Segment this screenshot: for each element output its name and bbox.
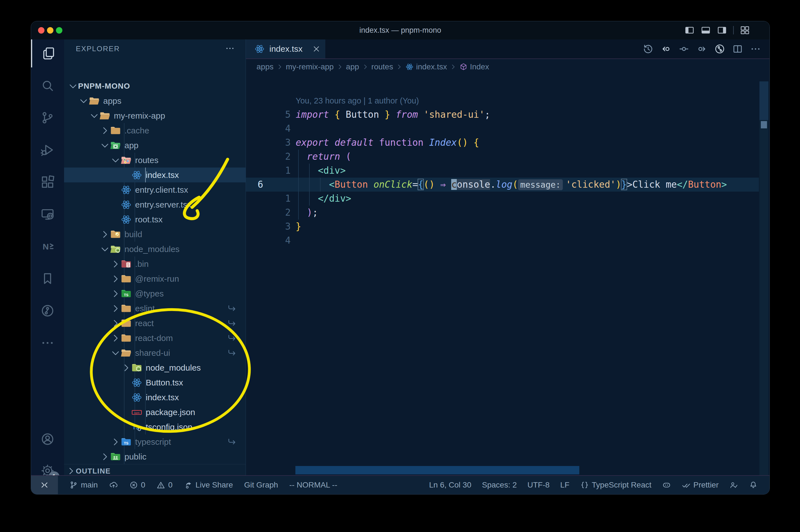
breadcrumb-my-remix-app[interactable]: my-remix-app xyxy=(286,62,334,71)
chevron-down-icon[interactable] xyxy=(89,111,99,121)
status-vim-mode[interactable]: -- NORMAL -- xyxy=(289,480,337,490)
tree-item-label: typescript xyxy=(135,437,171,447)
tab-index-tsx[interactable]: index.tsx xyxy=(246,39,325,58)
prev-change-icon[interactable] xyxy=(661,43,672,55)
status-remote-indicator[interactable] xyxy=(31,476,58,494)
tree-item-apps[interactable]: apps xyxy=(64,93,246,108)
breadcrumb-index[interactable]: Index xyxy=(459,62,489,71)
status-eol[interactable]: LF xyxy=(560,480,570,490)
vertical-scrollbar-thumb[interactable] xyxy=(759,81,768,120)
horizontal-scrollbar-thumb[interactable] xyxy=(296,466,579,474)
status-live-share[interactable]: Live Share xyxy=(184,480,233,490)
activity-source-control[interactable] xyxy=(31,104,64,132)
tree-item-eslint[interactable]: eslint xyxy=(64,301,246,316)
line-number: 3 xyxy=(246,136,291,150)
close-tab-icon[interactable] xyxy=(312,44,321,53)
activity-account[interactable] xyxy=(31,425,64,453)
status-feedback[interactable] xyxy=(729,480,738,490)
chevron-down-icon[interactable] xyxy=(79,96,89,106)
chevron-right-icon[interactable] xyxy=(100,452,110,462)
status-problems-errors[interactable]: 0 xyxy=(129,480,146,490)
activity-nx-console[interactable]: N xyxy=(31,232,64,261)
breadcrumb-index-tsx[interactable]: index.tsx xyxy=(405,62,447,71)
branch-circle-icon[interactable] xyxy=(714,43,725,55)
tree-item-index-tsx[interactable]: index.tsx xyxy=(64,390,246,405)
tree-item-tsconfig-json[interactable]: TStsconfig.json xyxy=(64,420,246,434)
status-cursor-position[interactable]: Ln 6, Col 30 xyxy=(429,480,471,490)
activity-more[interactable] xyxy=(31,329,64,357)
chevron-right-icon[interactable] xyxy=(111,333,120,343)
toggle-panel-icon[interactable] xyxy=(701,25,711,35)
chevron-right-icon[interactable] xyxy=(111,259,120,269)
activity-bookmarks[interactable] xyxy=(31,265,64,292)
history-icon[interactable] xyxy=(643,43,654,55)
activity-extensions[interactable] xyxy=(31,168,64,196)
tree-item-entry-client-tsx[interactable]: entry.client.tsx xyxy=(64,183,246,197)
status-copilot[interactable] xyxy=(662,480,671,490)
status-git-branch[interactable]: main xyxy=(69,480,98,490)
chevron-right-icon[interactable] xyxy=(100,229,110,240)
status-notifications[interactable] xyxy=(749,480,758,490)
tree-item--types[interactable]: TS@types xyxy=(64,286,246,301)
tree-item--cache[interactable]: .cache xyxy=(64,123,246,138)
status-bar: main00Live ShareGit Graph-- NORMAL -- Ln… xyxy=(31,475,769,494)
tree-item-react-dom[interactable]: react-dom xyxy=(64,330,246,345)
breadcrumb-routes[interactable]: routes xyxy=(372,62,393,71)
status-language-mode[interactable]: TypeScript React xyxy=(580,480,651,490)
title-bar[interactable]: index.tsx — pnpm-mono xyxy=(31,21,769,39)
chevron-right-icon[interactable] xyxy=(111,289,120,299)
tree-item-index-tsx[interactable]: index.tsx xyxy=(64,168,246,183)
tree-item--bin[interactable]: 0110.bin xyxy=(64,256,246,271)
status-git-graph[interactable]: Git Graph xyxy=(244,480,278,490)
chevron-right-icon[interactable] xyxy=(111,437,120,447)
breadcrumb-app[interactable]: app xyxy=(346,62,359,71)
tree-item-root-tsx[interactable]: root.tsx xyxy=(64,212,246,227)
tree-item-button-tsx[interactable]: Button.tsx xyxy=(64,375,246,390)
chevron-down-icon[interactable] xyxy=(111,348,120,358)
explorer-more-actions-icon[interactable] xyxy=(225,43,235,53)
chevron-down-icon[interactable] xyxy=(100,244,110,254)
tree-item-node-modules[interactable]: JSnode_modules xyxy=(64,360,246,375)
activity-remote-explorer[interactable] xyxy=(31,200,64,228)
chevron-down-icon[interactable] xyxy=(68,81,78,91)
ellipsis-icon[interactable] xyxy=(750,43,761,55)
tree-item-react[interactable]: react xyxy=(64,316,246,330)
breadcrumb-apps[interactable]: apps xyxy=(256,62,273,71)
chevron-down-icon[interactable] xyxy=(100,140,110,151)
chevron-right-icon[interactable] xyxy=(111,274,120,284)
chevron-right-icon[interactable] xyxy=(111,303,120,314)
activity-explorer[interactable] xyxy=(31,39,65,68)
tree-item-routes[interactable]: routes xyxy=(64,153,246,168)
activity-run-debug[interactable] xyxy=(31,136,64,164)
status-problems-warnings[interactable]: 0 xyxy=(156,480,173,490)
tree-item-node-modules[interactable]: JSnode_modules xyxy=(64,242,246,256)
tree-item-public[interactable]: public xyxy=(64,449,246,464)
chevron-down-icon[interactable] xyxy=(111,155,120,165)
next-change-icon[interactable] xyxy=(696,43,707,55)
activity-search[interactable] xyxy=(31,72,64,99)
status-encoding[interactable]: UTF-8 xyxy=(528,480,550,490)
tree-item--remix-run[interactable]: @remix-run xyxy=(64,271,246,286)
customize-layout-icon[interactable] xyxy=(740,25,750,35)
tree-item-shared-ui[interactable]: shared-ui xyxy=(64,345,246,360)
vertical-scrollbar-track[interactable] xyxy=(759,81,768,475)
tree-item-my-remix-app[interactable]: my-remix-app xyxy=(64,108,246,123)
toggle-secondary-sidebar-icon[interactable] xyxy=(717,25,727,35)
tree-item-build[interactable]: build xyxy=(64,227,246,242)
tree-item-pnpm-mono[interactable]: PNPM-MONO xyxy=(64,79,246,93)
chevron-right-icon[interactable] xyxy=(111,318,120,328)
toggle-sidebar-icon[interactable] xyxy=(684,25,694,35)
tree-item-entry-server-tsx[interactable]: entry.server.tsx xyxy=(64,197,246,212)
chevron-right-icon[interactable] xyxy=(121,363,131,373)
split-editor-icon[interactable] xyxy=(732,43,743,55)
status-indentation[interactable]: Spaces: 2 xyxy=(482,480,517,490)
status-formatter[interactable]: Prettier xyxy=(682,480,719,490)
change-icon[interactable] xyxy=(678,43,689,55)
tree-item-typescript[interactable]: TStypescript xyxy=(64,434,246,449)
chevron-right-icon[interactable] xyxy=(100,126,110,136)
code-editor[interactable]: You, 23 hours ago | 1 author (You)5impor… xyxy=(246,75,769,475)
activity-gitlens[interactable] xyxy=(31,297,64,325)
status-sync-changes[interactable] xyxy=(109,480,118,490)
tree-item-app[interactable]: app xyxy=(64,138,246,153)
tree-item-package-json[interactable]: npmpackage.json xyxy=(64,405,246,420)
